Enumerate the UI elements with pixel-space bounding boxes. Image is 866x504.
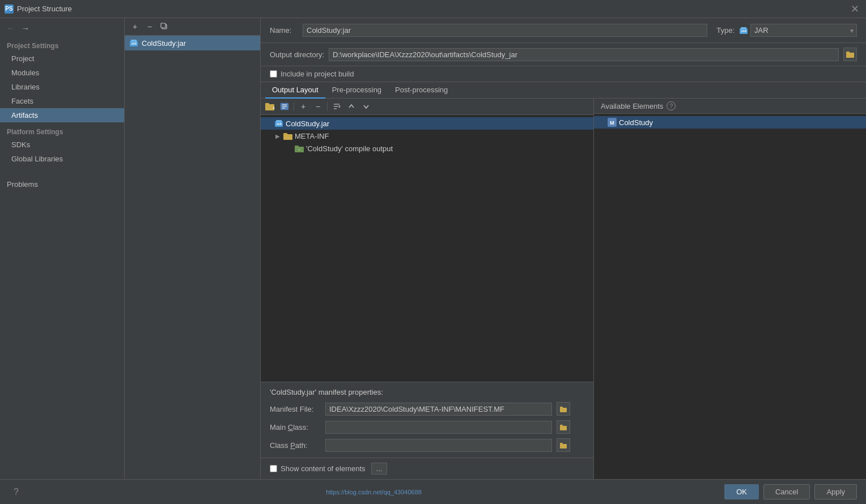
artifact-name: ColdStudy:jar — [142, 39, 186, 48]
artifact-list: JAR ColdStudy:jar — [125, 36, 260, 479]
help-icon[interactable]: ? — [667, 101, 676, 110]
move-down-button[interactable] — [359, 100, 373, 113]
main-class-input[interactable] — [325, 421, 552, 434]
tab-output-layout[interactable]: Output Layout — [265, 82, 325, 99]
help-button[interactable]: ? — [9, 485, 23, 499]
jar-file-icon: JAR — [274, 119, 283, 128]
type-select-wrapper: JAR JAR Web Application: Exploded Web Ap… — [739, 24, 857, 37]
manifest-file-input[interactable] — [325, 403, 552, 416]
svg-rect-29 — [560, 407, 563, 408]
type-select[interactable]: JAR Web Application: Exploded Web Applic… — [750, 24, 857, 37]
tree-arrow-meta-inf: ▶ — [274, 133, 281, 139]
tree-item-coldstudy-jar[interactable]: JAR ColdStudy.jar — [261, 117, 593, 130]
sidebar-item-project[interactable]: Project — [0, 52, 124, 66]
show-content-label: Show content of elements — [281, 464, 366, 473]
tree-label-coldstudy-jar: ColdStudy.jar — [286, 119, 329, 128]
sidebar-item-facets[interactable]: Facets — [0, 94, 124, 108]
svg-rect-28 — [560, 408, 567, 412]
class-path-browse-button[interactable] — [557, 438, 570, 452]
manifest-fields: Manifest File: — [270, 402, 584, 452]
svg-text:+: + — [273, 105, 274, 110]
show-content-checkbox[interactable] — [270, 465, 277, 472]
manifest-section: 'ColdStudy.jar' manifest properties: Man… — [261, 382, 593, 458]
tree-label-meta-inf: META-INF — [295, 132, 329, 140]
main-class-label: Main Class: — [270, 423, 321, 432]
move-up-button[interactable] — [345, 100, 358, 113]
forward-nav[interactable]: → — [19, 23, 32, 34]
include-in-build-row: Include in project build — [261, 66, 866, 82]
tab-post-processing[interactable]: Post-processing — [388, 82, 455, 99]
svg-rect-30 — [560, 426, 567, 430]
project-settings-header: Project Settings — [0, 39, 124, 52]
available-elements-header: Available Elements ? — [594, 99, 866, 114]
svg-text:JAR: JAR — [276, 122, 282, 126]
output-dir-label: Output directory: — [270, 50, 324, 59]
name-label: Name: — [270, 26, 298, 35]
close-button[interactable]: ✕ — [848, 3, 861, 15]
remove-element-button[interactable]: − — [311, 100, 325, 113]
tree-item-meta-inf[interactable]: ▶ META-INF — [261, 130, 593, 142]
available-elements-panel: Available Elements ? M — [594, 99, 866, 479]
add-artifact-button[interactable]: + — [128, 20, 142, 33]
apply-button[interactable]: Apply — [814, 484, 857, 499]
tree-label-compile-output: 'ColdStudy' compile output — [306, 144, 393, 153]
available-item-coldstudy[interactable]: M ColdStudy — [594, 116, 866, 129]
name-input[interactable] — [303, 24, 707, 37]
sidebar-item-sdks[interactable]: SDKs — [0, 138, 124, 152]
platform-settings-header: Platform Settings — [0, 125, 124, 138]
include-in-build-label: Include in project build — [281, 70, 354, 78]
main-class-row: Main Class: — [270, 420, 584, 434]
sidebar-item-artifacts[interactable]: Artifacts — [0, 108, 124, 122]
sidebar: ← → Project Settings Project Modules Lib… — [0, 18, 125, 479]
tree-item-compile-output[interactable]: ✓ 'ColdStudy' compile output — [261, 142, 593, 155]
add-folder-button[interactable]: + — [263, 100, 277, 113]
show-content-row: Show content of elements ... — [261, 458, 593, 479]
folder-icon — [283, 131, 292, 140]
output-dir-input[interactable] — [329, 48, 839, 61]
class-path-input[interactable] — [325, 439, 552, 452]
copy-artifact-button[interactable] — [158, 20, 171, 33]
compile-output-icon: ✓ — [295, 144, 304, 153]
svg-rect-33 — [560, 443, 563, 445]
ok-button[interactable]: OK — [724, 484, 759, 499]
svg-rect-32 — [560, 444, 567, 449]
bottom-bar: ? https://blog.csdn.net/qq_43040688 OK C… — [0, 479, 866, 504]
app-icon: PS — [5, 5, 14, 14]
manifest-file-label: Manifest File: — [270, 405, 321, 413]
main-container: ← → Project Settings Project Modules Lib… — [0, 18, 866, 504]
dots-button[interactable]: ... — [371, 463, 388, 475]
module-output-button[interactable] — [278, 100, 291, 113]
output-dir-row: Output directory: — [261, 43, 866, 66]
svg-rect-24 — [283, 133, 287, 135]
available-elements-title: Available Elements — [601, 102, 663, 110]
output-dir-browse-button[interactable] — [843, 48, 857, 61]
sidebar-item-libraries[interactable]: Libraries — [0, 80, 124, 94]
module-source-icon: M — [608, 118, 617, 127]
svg-rect-31 — [560, 425, 563, 426]
class-path-label: Class Path: — [270, 441, 321, 450]
sidebar-item-problems[interactable]: Problems — [0, 177, 124, 191]
include-in-build-checkbox[interactable] — [270, 70, 277, 78]
tab-pre-processing[interactable]: Pre-processing — [325, 82, 388, 99]
titlebar: PS Project Structure ✕ — [0, 0, 866, 18]
output-layout-panel: + + − — [261, 99, 594, 479]
back-nav[interactable]: ← — [5, 23, 17, 34]
sidebar-item-global-libraries[interactable]: Global Libraries — [0, 152, 124, 166]
tabs-bar: Output Layout Pre-processing Post-proces… — [261, 82, 866, 99]
add-element-button[interactable]: + — [296, 100, 310, 113]
svg-rect-11 — [265, 103, 269, 105]
sort-button[interactable] — [330, 100, 343, 113]
svg-text:M: M — [610, 120, 614, 126]
cancel-button[interactable]: Cancel — [763, 484, 810, 499]
artifact-toolbar: + − — [125, 18, 260, 36]
window-title: Project Structure — [17, 5, 848, 13]
manifest-file-browse-button[interactable] — [557, 402, 570, 416]
artifact-item-coldstudy-jar[interactable]: JAR ColdStudy:jar — [125, 36, 260, 50]
sidebar-item-modules[interactable]: Modules — [0, 66, 124, 80]
svg-text:JAR: JAR — [131, 42, 137, 45]
layout-toolbar: + + − — [261, 99, 593, 115]
svg-text:JAR: JAR — [741, 29, 746, 33]
remove-artifact-button[interactable]: − — [143, 20, 156, 33]
main-class-browse-button[interactable] — [557, 420, 570, 434]
name-type-row: Name: Type: JAR J — [261, 18, 866, 43]
